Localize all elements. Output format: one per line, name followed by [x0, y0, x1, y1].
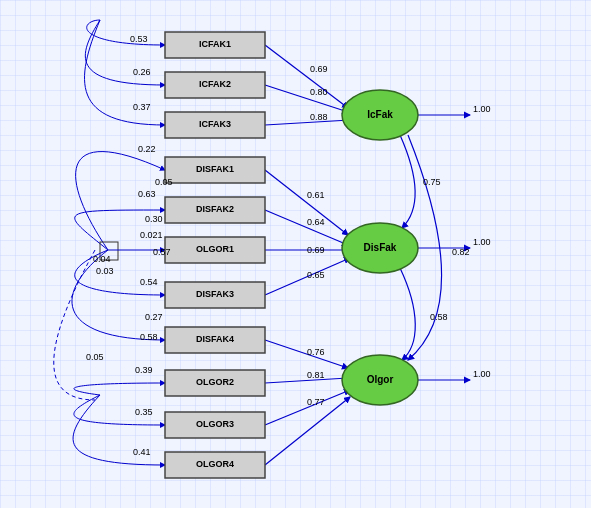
left-val3: 0.05: [86, 352, 104, 362]
coef-disfak3-disfak: 0.65: [307, 270, 325, 280]
res-icfak1: 0.53: [130, 34, 148, 44]
label-disfak4: DISFAK4: [196, 334, 234, 344]
label-disfak1: DISFAK1: [196, 164, 234, 174]
label-olgor4: OLGOR4: [196, 459, 234, 469]
label-disfak3: DISFAK3: [196, 289, 234, 299]
coef-olgor1-disfak: 0.69: [307, 245, 325, 255]
res-olgor1: 0.021: [140, 230, 163, 240]
left-val2: 0.03: [96, 266, 114, 276]
coef-icfak-olgor: 0.82: [452, 247, 470, 257]
coef-icfak-end: 1.00: [473, 104, 491, 114]
coef-olgor-end: 1.00: [473, 369, 491, 379]
res-disfak1: 0.22: [138, 144, 156, 154]
res-olgor1-b: 0.57: [153, 247, 171, 257]
res-olgor3: 0.35: [135, 407, 153, 417]
residual-arrow-olgor4: [73, 395, 165, 465]
res-disfak2: 0.63: [138, 189, 156, 199]
res-disfak3: 0.54: [140, 277, 158, 287]
label-icfak3: ICFAK3: [199, 119, 231, 129]
label-olgor2: OLGOR2: [196, 377, 234, 387]
coef-disfak-end: 1.00: [473, 237, 491, 247]
coef-disfak-olgor: 0.58: [430, 312, 448, 322]
label-disfak: DisFak: [364, 242, 397, 253]
residual-arrow-icfak2: [85, 20, 165, 85]
label-icfak2: ICFAK2: [199, 79, 231, 89]
label-icfak1: ICFAK1: [199, 39, 231, 49]
res-icfak3: 0.37: [133, 102, 151, 112]
residual-arrow-disfak3: [75, 250, 165, 295]
res-olgor2: 0.39: [135, 365, 153, 375]
coef-disfak1-disfak: 0.61: [307, 190, 325, 200]
label-disfak2: DISFAK2: [196, 204, 234, 214]
left-val1: 0.04: [93, 254, 111, 264]
res-olgor4: 0.41: [133, 447, 151, 457]
coef-icfak3-icfak: 0.88: [310, 112, 328, 122]
path-disfak-olgor: [400, 268, 415, 360]
coef-olgor2-olgor: 0.81: [307, 370, 325, 380]
residual-arrow-icfak3: [85, 20, 165, 125]
path-icfak3-icfak: [265, 120, 350, 125]
res-disfak4-b: 0.58: [140, 332, 158, 342]
coef-icfak1-icfak: 0.69: [310, 64, 328, 74]
label-olgor1: OLGOR1: [196, 244, 234, 254]
res-disfak2-top: 0.05: [155, 177, 173, 187]
coef-disfak4-olgor: 0.76: [307, 347, 325, 357]
coef-olgor3-olgor: 0.77: [307, 397, 325, 407]
label-olgor3: OLGOR3: [196, 419, 234, 429]
coef-icfak2-icfak: 0.80: [310, 87, 328, 97]
residual-arrow-olgor2: [74, 383, 165, 395]
res-disfak2-b: 0.30: [145, 214, 163, 224]
coef-icfak-disfak: 0.75: [423, 177, 441, 187]
label-olgor: Olgor: [367, 374, 394, 385]
label-icfak: IcFak: [367, 109, 393, 120]
res-icfak2: 0.26: [133, 67, 151, 77]
res-disfak4: 0.27: [145, 312, 163, 322]
path-disfak2-disfak: [265, 210, 348, 245]
left-dashed-curve: [54, 250, 95, 400]
coef-disfak2-disfak: 0.64: [307, 217, 325, 227]
